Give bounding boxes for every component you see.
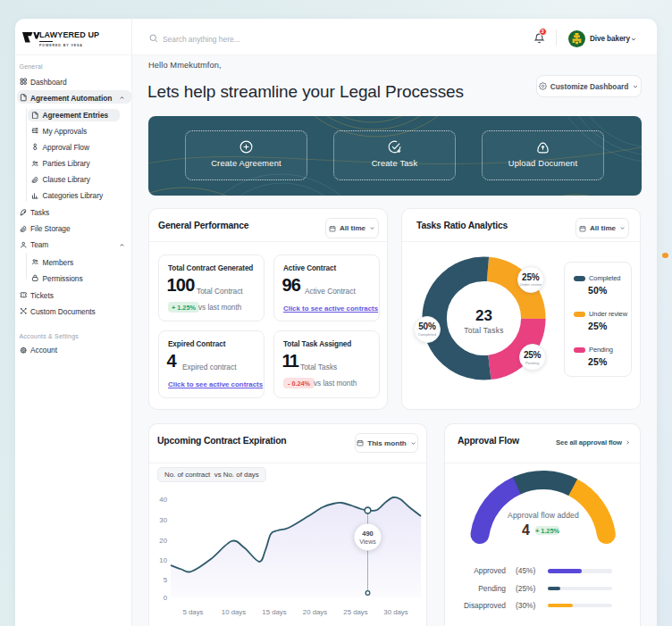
svg-text:Views: Views	[359, 538, 376, 545]
svg-text:23: 23	[475, 307, 492, 324]
svg-text:490: 490	[362, 530, 374, 538]
svg-text:Total Tasks: Total Tasks	[464, 326, 504, 335]
